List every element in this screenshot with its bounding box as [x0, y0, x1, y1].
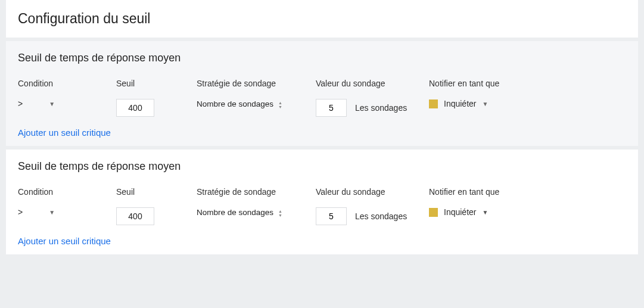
- poll-value-group: Les sondages: [316, 99, 407, 117]
- sort-icon: ▲▼: [278, 101, 282, 109]
- threshold-config-page: Configuration du seuil Seuil de temps de…: [0, 0, 644, 264]
- chevron-down-icon: ▼: [482, 209, 488, 216]
- threshold-row: > ▼ Nombre de sondages ▲▼ Les sondages: [18, 99, 626, 117]
- strategy-dropdown[interactable]: Nombre de sondages ▲▼: [197, 208, 282, 218]
- column-headers: Condition Seuil Stratégie de sondage Val…: [18, 79, 626, 88]
- severity-color-swatch: [429, 208, 438, 217]
- threshold-section: Seuil de temps de réponse moyen Conditio…: [6, 41, 638, 146]
- condition-value: >: [18, 99, 23, 108]
- add-critical-threshold-link[interactable]: Ajouter un seuil critique: [18, 127, 111, 138]
- condition-dropdown[interactable]: > ▼: [18, 99, 55, 108]
- condition-dropdown[interactable]: > ▼: [18, 207, 55, 217]
- strategy-value: Nombre de sondages: [197, 99, 273, 110]
- poll-value-input[interactable]: [316, 207, 347, 225]
- poll-label: Les sondages: [355, 103, 407, 113]
- header-poll-value: Valeur du sondage: [316, 79, 429, 88]
- poll-value-input[interactable]: [316, 99, 347, 117]
- severity-color-swatch: [429, 99, 438, 108]
- header-strategy: Stratégie de sondage: [197, 187, 316, 197]
- strategy-dropdown[interactable]: Nombre de sondages ▲▼: [197, 99, 282, 110]
- header-condition: Condition: [18, 187, 116, 197]
- strategy-value: Nombre de sondages: [197, 208, 273, 218]
- header-strategy: Stratégie de sondage: [197, 79, 316, 88]
- header-threshold: Seuil: [116, 79, 197, 88]
- section-title: Seuil de temps de réponse moyen: [18, 52, 626, 64]
- chevron-down-icon: ▼: [49, 209, 55, 216]
- threshold-input[interactable]: [116, 99, 154, 117]
- column-headers: Condition Seuil Stratégie de sondage Val…: [18, 187, 626, 197]
- section-title: Seuil de temps de réponse moyen: [18, 160, 626, 173]
- notify-label: Inquiéter: [444, 99, 476, 108]
- notify-label: Inquiéter: [444, 207, 476, 217]
- header-poll-value: Valeur du sondage: [316, 187, 429, 197]
- header-notify-as: Notifier en tant que: [429, 187, 626, 197]
- chevron-down-icon: ▼: [49, 101, 55, 107]
- page-title: Configuration du seuil: [6, 0, 638, 38]
- threshold-section: Seuil de temps de réponse moyen Conditio…: [6, 150, 638, 254]
- threshold-row: > ▼ Nombre de sondages ▲▼ Les sondages: [18, 207, 626, 225]
- sort-icon: ▲▼: [278, 209, 282, 217]
- header-condition: Condition: [18, 79, 116, 88]
- header-threshold: Seuil: [116, 187, 197, 197]
- header-notify-as: Notifier en tant que: [429, 79, 626, 88]
- poll-value-group: Les sondages: [316, 207, 407, 225]
- threshold-input[interactable]: [116, 207, 154, 225]
- notify-dropdown[interactable]: Inquiéter ▼: [429, 207, 488, 217]
- chevron-down-icon: ▼: [482, 101, 488, 107]
- condition-value: >: [18, 207, 23, 217]
- add-critical-threshold-link[interactable]: Ajouter un seuil critique: [18, 236, 111, 246]
- notify-dropdown[interactable]: Inquiéter ▼: [429, 99, 488, 108]
- poll-label: Les sondages: [355, 211, 407, 221]
